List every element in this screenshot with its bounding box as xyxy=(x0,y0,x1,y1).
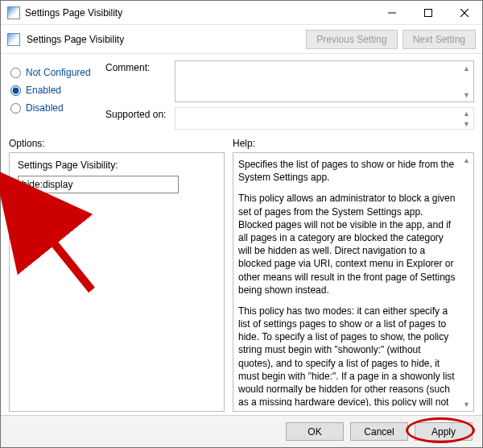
policy-title: Settings Page Visibility xyxy=(27,34,124,45)
radio-enabled-label: Enabled xyxy=(26,85,61,96)
fields: Comment: ▲ ▼ Supported on: ▲ ▼ xyxy=(105,60,474,130)
app-icon xyxy=(7,6,20,19)
close-button[interactable] xyxy=(446,1,482,24)
supported-scrollbar[interactable]: ▲ ▼ xyxy=(460,108,473,129)
ok-button[interactable]: OK xyxy=(286,422,344,441)
options-pane: Settings Page Visibility: xyxy=(9,152,225,412)
comment-label: Comment: xyxy=(105,60,175,73)
apply-button[interactable]: Apply xyxy=(415,422,473,441)
radio-disabled[interactable]: Disabled xyxy=(9,99,105,117)
window-title: Settings Page Visibility xyxy=(25,7,122,19)
help-pane: Specifies the list of pages to show or h… xyxy=(233,152,474,412)
supported-row: Supported on: ▲ ▼ xyxy=(105,107,474,130)
help-scrollbar[interactable]: ▲ ▼ xyxy=(460,153,473,411)
help-p1: Specifies the list of pages to show or h… xyxy=(238,158,456,184)
scroll-down-icon: ▼ xyxy=(460,397,473,411)
comment-textarea[interactable]: ▲ ▼ xyxy=(175,60,474,102)
radio-not-configured[interactable]: Not Configured xyxy=(9,64,105,81)
settings-visibility-input[interactable] xyxy=(18,176,179,193)
radio-disabled-label: Disabled xyxy=(26,102,64,114)
previous-setting-button[interactable]: Previous Setting xyxy=(306,30,397,49)
scroll-up-icon: ▲ xyxy=(460,153,473,167)
maximize-button[interactable] xyxy=(410,1,446,24)
options-column: Options: Settings Page Visibility: xyxy=(9,138,225,412)
cancel-button[interactable]: Cancel xyxy=(350,422,408,441)
state-radios: Not Configured Enabled Disabled xyxy=(9,60,105,130)
scroll-down-icon: ▼ xyxy=(460,118,473,129)
titlebar: Settings Page Visibility xyxy=(1,1,482,25)
radio-disabled-input[interactable] xyxy=(10,103,21,114)
help-p3: This policy has two modes: it can either… xyxy=(238,305,456,406)
policy-icon xyxy=(7,33,20,46)
next-setting-button[interactable]: Next Setting xyxy=(402,30,476,49)
policy-header: Settings Page Visibility Previous Settin… xyxy=(1,25,482,54)
dialog-footer: OK Cancel Apply xyxy=(1,415,482,447)
options-header: Options: xyxy=(9,138,225,152)
configuration-panel: Not Configured Enabled Disabled Comment:… xyxy=(1,54,482,133)
radio-not-configured-label: Not Configured xyxy=(26,67,91,78)
supported-on-box: ▲ ▼ xyxy=(175,107,474,130)
option-field-label: Settings Page Visibility: xyxy=(18,160,216,171)
radio-enabled-input[interactable] xyxy=(10,85,21,96)
help-text: Specifies the list of pages to show or h… xyxy=(238,158,457,406)
help-header: Help: xyxy=(233,138,474,152)
radio-enabled[interactable]: Enabled xyxy=(9,81,105,99)
help-p2: This policy allows an administrator to b… xyxy=(238,192,456,297)
radio-not-configured-input[interactable] xyxy=(10,68,21,78)
help-column: Help: Specifies the list of pages to sho… xyxy=(233,138,474,412)
svg-rect-1 xyxy=(424,9,431,16)
scroll-up-icon: ▲ xyxy=(460,61,473,75)
window: Settings Page Visibility Settings Page V… xyxy=(0,0,483,448)
scroll-down-icon: ▼ xyxy=(460,88,473,102)
split-panel: Options: Settings Page Visibility: Help:… xyxy=(1,133,482,415)
comment-row: Comment: ▲ ▼ xyxy=(105,60,474,102)
scroll-up-icon: ▲ xyxy=(460,108,473,118)
minimize-button[interactable] xyxy=(374,1,410,24)
comment-scrollbar[interactable]: ▲ ▼ xyxy=(460,61,473,102)
supported-label: Supported on: xyxy=(105,107,175,120)
